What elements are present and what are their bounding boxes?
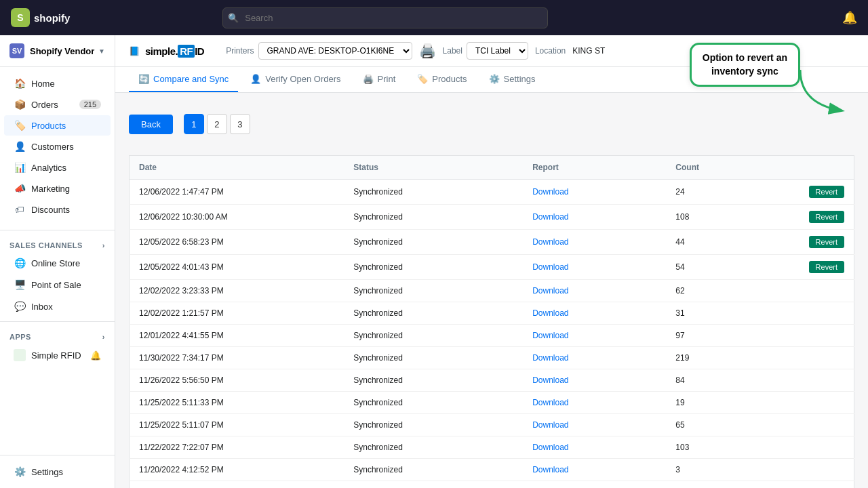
revert-button[interactable]: Revert	[809, 236, 844, 248]
download-link[interactable]: Download	[532, 187, 568, 197]
printers-select[interactable]: GRAND AVE: DESKTOP-O1KI6NE	[258, 42, 412, 60]
cell-report: Download	[523, 280, 666, 302]
download-link[interactable]: Download	[532, 443, 568, 452]
sidebar-item-simple-rfid[interactable]: Simple RFID 🔔	[4, 344, 111, 366]
cell-status: Synchronized	[344, 205, 523, 230]
sidebar-bottom: ⚙️ Settings	[0, 455, 115, 488]
tab-compare-sync[interactable]: 🔄 Compare and Sync	[129, 67, 238, 92]
cell-date: 11/30/2022 7:34:17 PM	[130, 347, 344, 369]
tab-verify-orders[interactable]: 👤 Verify Open Orders	[241, 67, 350, 92]
location-value: KING ST	[572, 46, 605, 56]
marketing-icon: 📣	[14, 183, 26, 194]
cell-date: 12/05/2022 6:58:23 PM	[130, 230, 344, 255]
cell-count: 31	[666, 302, 773, 325]
sidebar-item-label: Home	[31, 79, 55, 89]
search-input[interactable]	[222, 7, 548, 28]
cell-date: 12/06/2022 1:47:47 PM	[130, 180, 344, 205]
apps-chevron-icon: ›	[102, 333, 105, 341]
sidebar-item-label: Marketing	[31, 184, 70, 194]
cell-report: Download	[523, 302, 666, 325]
cell-status: Synchronized	[344, 481, 523, 489]
revert-button[interactable]: Revert	[809, 211, 844, 223]
settings-icon: ⚙️	[14, 466, 26, 477]
sidebar-item-label: Discounts	[31, 205, 70, 215]
sidebar-vendor[interactable]: SV Shopify Vendor ▼	[0, 35, 115, 67]
download-link[interactable]: Download	[532, 237, 568, 247]
table-row: 11/26/2022 5:56:50 PM Synchronized Downl…	[130, 369, 854, 392]
tab-print[interactable]: 🖨️ Print	[353, 67, 406, 92]
sidebar-item-home[interactable]: 🏠 Home	[4, 73, 111, 94]
cell-date: 11/25/2022 5:11:33 PM	[130, 392, 344, 414]
cell-action	[774, 302, 854, 325]
sales-channels-label: Sales channels	[9, 241, 83, 249]
download-link[interactable]: Download	[532, 353, 568, 363]
cell-date: 12/05/2022 4:01:43 PM	[130, 255, 344, 280]
sidebar-item-products[interactable]: 🏷️ Products	[4, 115, 111, 136]
label-control: Label TCI Label	[443, 42, 528, 60]
sidebar-item-settings[interactable]: ⚙️ Settings	[4, 462, 111, 482]
download-link[interactable]: Download	[532, 212, 568, 222]
cell-count: 24	[666, 180, 773, 205]
back-button[interactable]: Back	[129, 115, 173, 134]
cell-action: Revert	[774, 205, 854, 230]
sidebar-item-label: Products	[31, 121, 66, 131]
sidebar-item-label: Settings	[31, 467, 63, 477]
revert-button[interactable]: Revert	[809, 186, 844, 198]
customers-icon: 👤	[14, 141, 26, 152]
main-layout: SV Shopify Vendor ▼ 🏠 Home 📦 Orders 215 …	[0, 35, 868, 488]
tab-label: Products	[432, 74, 467, 84]
app-logo-text: simple.RFID	[145, 45, 204, 57]
sidebar-item-inbox[interactable]: 💬 Inbox	[4, 296, 111, 317]
cell-count: 84	[666, 369, 773, 392]
table-body: 12/06/2022 1:47:47 PM Synchronized Downl…	[130, 180, 854, 489]
table-row: 12/05/2022 4:01:43 PM Synchronized Downl…	[130, 255, 854, 280]
printers-control: Printers GRAND AVE: DESKTOP-O1KI6NE	[226, 42, 412, 60]
table-row: 12/05/2022 6:58:23 PM Synchronized Downl…	[130, 230, 854, 255]
tab-settings[interactable]: ⚙️ Settings	[479, 67, 545, 92]
download-link[interactable]: Download	[532, 286, 568, 296]
cell-report: Download	[523, 325, 666, 347]
cell-count: 219	[666, 347, 773, 369]
page-2-button[interactable]: 2	[207, 114, 227, 134]
location-control: Location KING ST	[535, 46, 605, 56]
sidebar-item-marketing[interactable]: 📣 Marketing	[4, 178, 111, 199]
app-name: Simple RFID	[31, 350, 81, 361]
app-logo: 📘 simple.RFID	[129, 45, 204, 57]
cell-date: 11/22/2022 7:22:07 PM	[130, 436, 344, 459]
sidebar-item-orders[interactable]: 📦 Orders 215	[4, 94, 111, 115]
sidebar-item-customers[interactable]: 👤 Customers	[4, 136, 111, 157]
download-link[interactable]: Download	[532, 331, 568, 340]
page-content: Back 1 2 3 Option to revert aninventory …	[115, 93, 868, 488]
cell-date: 12/02/2022 3:23:33 PM	[130, 280, 344, 302]
sidebar-item-point-of-sale[interactable]: 🖥️ Point of Sale	[4, 274, 111, 295]
page-3-button[interactable]: 3	[230, 114, 250, 134]
vendor-chevron-icon: ▼	[98, 47, 105, 55]
pagination: 1 2 3	[184, 114, 250, 134]
page-1-button[interactable]: 1	[184, 114, 204, 134]
download-link[interactable]: Download	[532, 398, 568, 407]
download-link[interactable]: Download	[532, 262, 568, 272]
tab-label: Settings	[504, 74, 536, 84]
table-row: 11/18/2022 8:26:51 PM Synchronized Downl…	[130, 481, 854, 489]
tab-products[interactable]: 🏷️ Products	[408, 67, 476, 92]
download-link[interactable]: Download	[532, 465, 568, 474]
notification-bell-icon[interactable]: 🔔	[842, 10, 857, 25]
cell-status: Synchronized	[344, 255, 523, 280]
cell-action	[774, 347, 854, 369]
download-link[interactable]: Download	[532, 420, 568, 430]
sidebar-nav: 🏠 Home 📦 Orders 215 🏷️ Products 👤 Custom…	[0, 67, 115, 226]
cell-report: Download	[523, 230, 666, 255]
download-link[interactable]: Download	[532, 308, 568, 318]
cell-status: Synchronized	[344, 347, 523, 369]
sidebar-item-online-store[interactable]: 🌐 Online Store	[4, 253, 111, 273]
table-row: 12/02/2022 3:23:33 PM Synchronized Downl…	[130, 280, 854, 302]
download-link[interactable]: Download	[532, 375, 568, 385]
cell-date: 11/18/2022 8:26:51 PM	[130, 481, 344, 489]
table-row: 11/25/2022 5:11:33 PM Synchronized Downl…	[130, 392, 854, 414]
sidebar-item-label: Online Store	[31, 258, 80, 268]
revert-button[interactable]: Revert	[809, 261, 844, 273]
sidebar-item-discounts[interactable]: 🏷 Discounts	[4, 199, 111, 220]
col-header-count: Count	[666, 156, 773, 180]
label-select[interactable]: TCI Label	[467, 42, 528, 60]
sidebar-item-analytics[interactable]: 📊 Analytics	[4, 157, 111, 178]
